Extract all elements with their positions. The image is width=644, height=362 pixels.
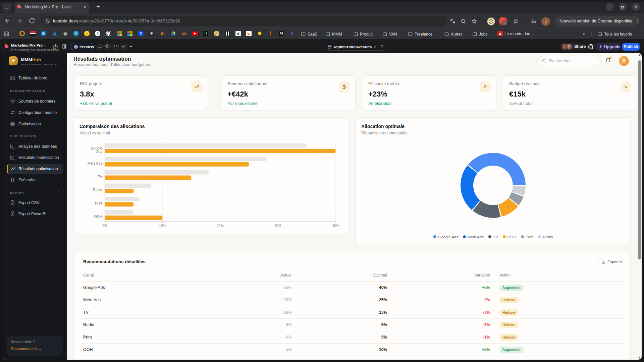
svg-text:20%: 20%	[217, 224, 224, 228]
svg-text:Meta Ads: Meta Ads	[88, 161, 102, 165]
svg-text:0%: 0%	[102, 224, 107, 228]
svg-text:TV: TV	[98, 175, 102, 179]
svg-text:OOH: OOH	[94, 215, 102, 219]
svg-text:10%: 10%	[159, 224, 166, 228]
svg-text:40%: 40%	[332, 224, 339, 228]
svg-text:30%: 30%	[274, 224, 281, 228]
svg-text:Ads: Ads	[96, 149, 102, 154]
svg-text:Print: Print	[95, 201, 102, 205]
svg-text:Radio: Radio	[93, 188, 102, 192]
